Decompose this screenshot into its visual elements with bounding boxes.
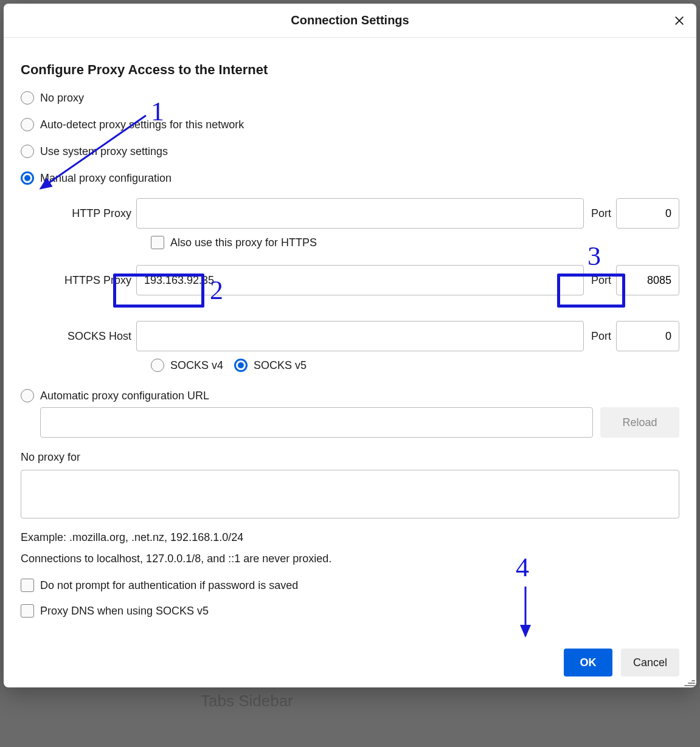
radio-auto-config-url[interactable]: Automatic proxy configuration URL [21, 389, 679, 402]
socks-host-label: SOCKS Host [40, 330, 131, 343]
radio-socks-v4-label: SOCKS v4 [170, 359, 223, 372]
dialog-body: Configure Proxy Access to the Internet N… [4, 38, 696, 642]
socks-version-row: SOCKS v4 SOCKS v5 [151, 359, 679, 372]
https-proxy-input[interactable] [136, 265, 584, 295]
dialog-header: Connection Settings [4, 4, 696, 38]
radio-icon [21, 91, 34, 105]
radio-icon [21, 171, 34, 185]
radio-manual-proxy-label: Manual proxy configuration [40, 172, 172, 185]
close-icon [673, 15, 685, 27]
resize-grip-icon[interactable] [683, 674, 695, 686]
radio-no-proxy-label: No proxy [40, 92, 84, 105]
socks-port-input[interactable] [616, 321, 679, 351]
checkbox-icon [21, 604, 34, 618]
radio-socks-v5[interactable]: SOCKS v5 [234, 359, 307, 372]
no-proxy-for-label: No proxy for [21, 451, 679, 464]
radio-system-proxy[interactable]: Use system proxy settings [21, 145, 679, 158]
https-proxy-row: HTTPS Proxy Port [40, 265, 679, 295]
manual-proxy-group: HTTP Proxy Port Also use this proxy for … [40, 198, 679, 372]
radio-no-proxy[interactable]: No proxy [21, 91, 679, 105]
radio-auto-detect[interactable]: Auto-detect proxy settings for this netw… [21, 118, 679, 131]
close-button[interactable] [671, 12, 688, 29]
radio-icon [21, 118, 34, 131]
radio-icon [151, 359, 164, 372]
pac-url-row: Reload [40, 407, 679, 438]
radio-icon [234, 359, 248, 372]
ok-button[interactable]: OK [564, 649, 612, 676]
pac-url-input[interactable] [40, 407, 593, 438]
connection-settings-dialog: Connection Settings Configure Proxy Acce… [4, 4, 696, 687]
reload-button[interactable]: Reload [600, 407, 679, 438]
proxy-dns-label: Proxy DNS when using SOCKS v5 [40, 605, 209, 618]
also-https-label: Also use this proxy for HTTPS [170, 236, 317, 249]
radio-icon [21, 145, 34, 158]
https-port-input[interactable] [616, 265, 679, 295]
also-https-row[interactable]: Also use this proxy for HTTPS [151, 236, 679, 249]
no-proxy-for-input[interactable] [21, 470, 679, 518]
dialog-title: Connection Settings [291, 13, 409, 27]
dialog-footer: OK Cancel [4, 642, 696, 687]
radio-auto-config-url-label: Automatic proxy configuration URL [40, 390, 209, 402]
radio-socks-v5-label: SOCKS v5 [254, 359, 307, 372]
checkbox-icon [151, 236, 164, 249]
https-proxy-label: HTTPS Proxy [40, 274, 131, 287]
radio-socks-v4[interactable]: SOCKS v4 [151, 359, 223, 372]
http-port-input[interactable] [616, 198, 679, 229]
checkbox-icon [21, 579, 34, 592]
background-text: Tabs Sidebar [201, 692, 293, 711]
radio-icon [21, 389, 34, 402]
socks-host-row: SOCKS Host Port [40, 321, 679, 351]
socks-host-input[interactable] [136, 321, 584, 351]
http-proxy-label: HTTP Proxy [40, 207, 131, 220]
cancel-button[interactable]: Cancel [621, 649, 679, 676]
radio-system-proxy-label: Use system proxy settings [40, 145, 168, 158]
http-proxy-row: HTTP Proxy Port [40, 198, 679, 229]
no-proxy-example: Example: .mozilla.org, .net.nz, 192.168.… [21, 531, 679, 544]
http-port-label: Port [591, 207, 611, 220]
no-auth-prompt-label: Do not prompt for authentication if pass… [40, 579, 298, 592]
radio-manual-proxy[interactable]: Manual proxy configuration [21, 171, 679, 185]
no-proxy-note: Connections to localhost, 127.0.0.1/8, a… [21, 553, 679, 565]
socks-port-label: Port [591, 330, 611, 343]
no-auth-prompt-row[interactable]: Do not prompt for authentication if pass… [21, 579, 679, 592]
radio-auto-detect-label: Auto-detect proxy settings for this netw… [40, 119, 244, 131]
section-heading: Configure Proxy Access to the Internet [21, 62, 679, 78]
https-port-label: Port [591, 274, 611, 287]
http-proxy-input[interactable] [136, 198, 584, 229]
proxy-dns-row[interactable]: Proxy DNS when using SOCKS v5 [21, 604, 679, 618]
